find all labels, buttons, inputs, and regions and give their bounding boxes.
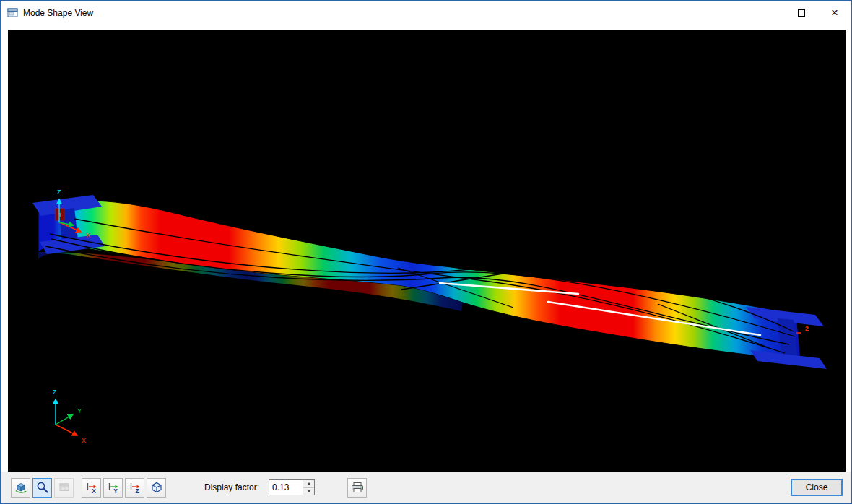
beam-axis-z-label: Z bbox=[57, 188, 61, 196]
printer-icon bbox=[350, 481, 365, 494]
title-bar: Mode Shape View × bbox=[1, 1, 851, 25]
global-axis-y-label: Y bbox=[77, 407, 82, 414]
bottom-toolbar: X Y Z Display factor: bbox=[1, 472, 851, 503]
view-x-letter: X bbox=[92, 487, 96, 495]
global-axis-x-label: X bbox=[82, 437, 86, 444]
print-button[interactable] bbox=[347, 478, 367, 498]
display-factor-input[interactable] bbox=[269, 480, 303, 495]
orbit-cube-icon bbox=[14, 481, 27, 494]
zoom-button[interactable] bbox=[32, 478, 52, 498]
pan-button[interactable] bbox=[54, 478, 74, 498]
node-label-2: 2 bbox=[805, 325, 809, 332]
view-y-letter: Y bbox=[113, 487, 118, 495]
view-along-y-button[interactable]: Y bbox=[103, 478, 123, 498]
global-axis-z-label: Z bbox=[53, 388, 57, 396]
display-factor-spin-up[interactable] bbox=[303, 480, 314, 487]
axis-arrow-icon: X bbox=[85, 481, 98, 494]
display-factor-spin-down[interactable] bbox=[303, 487, 314, 495]
view-along-z-button[interactable]: Z bbox=[125, 478, 144, 498]
mode-shape-viewport[interactable]: 1 2 Z X Z Y X bbox=[8, 30, 844, 472]
app-icon bbox=[7, 7, 19, 19]
view-z-letter: Z bbox=[135, 487, 139, 495]
close-button[interactable]: Close bbox=[791, 479, 843, 496]
beam-axis-x-label: X bbox=[86, 232, 90, 239]
display-factor-spinbox bbox=[269, 479, 315, 495]
axis-arrow-icon: Y bbox=[107, 481, 120, 494]
cube-outline-icon bbox=[150, 481, 163, 494]
maximize-button[interactable] bbox=[785, 1, 818, 25]
magnifier-icon bbox=[36, 481, 49, 494]
spin-up-icon bbox=[307, 482, 311, 485]
close-icon: × bbox=[831, 6, 838, 19]
mode-shape-canvas: 1 2 Z X Z Y X bbox=[8, 30, 846, 472]
node-label-1: 1 bbox=[58, 212, 61, 219]
maximize-icon bbox=[798, 9, 805, 17]
axis-arrow-icon: Z bbox=[129, 481, 142, 494]
close-window-button[interactable]: × bbox=[818, 1, 851, 25]
isometric-view-button[interactable] bbox=[147, 478, 166, 498]
node-marker-1: 1 bbox=[56, 209, 64, 220]
spin-down-icon bbox=[307, 490, 311, 492]
window-title: Mode Shape View bbox=[23, 8, 93, 18]
display-factor-label: Display factor: bbox=[204, 482, 259, 492]
display-factor-spin-arrows bbox=[303, 480, 314, 495]
view-along-x-button[interactable]: X bbox=[82, 478, 101, 498]
window-icon bbox=[58, 481, 71, 494]
rotate-view-button[interactable] bbox=[11, 478, 30, 498]
